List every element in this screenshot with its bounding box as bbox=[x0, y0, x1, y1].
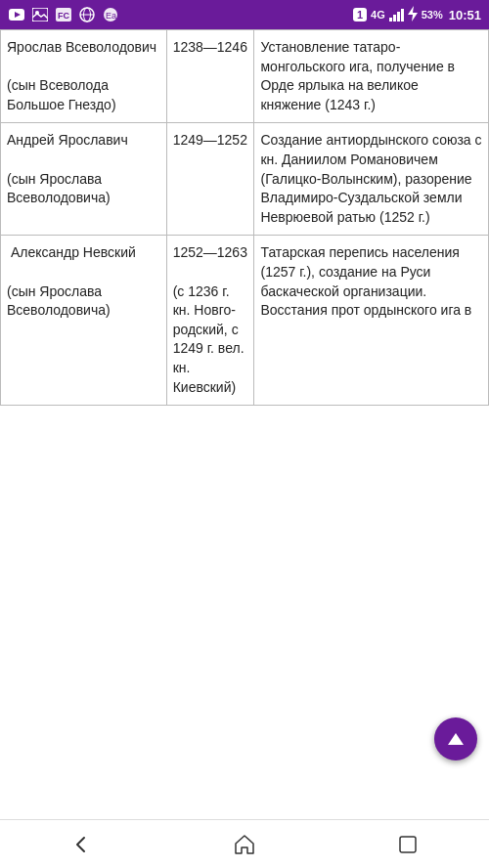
years-cell: 1238—1246 bbox=[166, 30, 254, 123]
years-cell: 1249—1252 bbox=[166, 123, 254, 236]
signal-icon bbox=[389, 8, 404, 22]
fc-icon: FC bbox=[55, 6, 72, 23]
scroll-up-fab[interactable] bbox=[434, 717, 477, 760]
bottom-nav-bar bbox=[0, 819, 489, 868]
status-bar-left: FC Ea bbox=[8, 6, 119, 23]
image-icon bbox=[31, 6, 49, 23]
table-row: Андрей Ярославич(сын Ярослава Всеволодов… bbox=[1, 123, 489, 236]
table-row: Александр Невский(сын Ярослава Всеволодо… bbox=[1, 236, 489, 406]
svg-marker-12 bbox=[448, 733, 464, 745]
time-display: 10:51 bbox=[449, 8, 481, 22]
svg-marker-13 bbox=[236, 836, 253, 853]
main-wrapper: Ярослав Всеволодович(сын Всеволода Больш… bbox=[0, 29, 489, 819]
rulers-table: Ярослав Всеволодович(сын Всеволода Больш… bbox=[0, 29, 489, 406]
charging-icon bbox=[408, 6, 418, 24]
youtube-icon bbox=[8, 6, 25, 23]
ruler-name-cell: Ярослав Всеволодович(сын Всеволода Больш… bbox=[1, 30, 167, 123]
status-bar-right: 1 4G 53% 10:51 bbox=[353, 6, 481, 24]
globe-icon bbox=[78, 6, 96, 23]
battery-percent: 53% bbox=[422, 9, 443, 21]
tab-count: 1 bbox=[353, 8, 367, 22]
events-cell: Татарская перепись населения (1257 г.), … bbox=[254, 236, 489, 406]
ruler-name-cell: Александр Невский(сын Ярослава Всеволодо… bbox=[1, 236, 167, 406]
ruler-name-cell: Андрей Ярославич(сын Ярослава Всеволодов… bbox=[1, 123, 167, 236]
back-button[interactable] bbox=[52, 825, 111, 864]
recents-button[interactable] bbox=[378, 825, 437, 864]
table-container: Ярослав Всеволодович(сын Всеволода Больш… bbox=[0, 29, 489, 819]
home-button[interactable] bbox=[215, 825, 274, 864]
table-row: Ярослав Всеволодович(сын Всеволода Больш… bbox=[1, 30, 489, 123]
status-bar: FC Ea 1 4G 53% 10:51 bbox=[0, 0, 489, 29]
svg-text:FC: FC bbox=[58, 11, 69, 21]
svg-rect-2 bbox=[32, 8, 48, 22]
years-cell: 1252—1263(с 1236 г. кн. Новго­родский, с… bbox=[166, 236, 254, 406]
network-type: 4G bbox=[371, 9, 385, 21]
events-cell: Создание антиордынского союза с кн. Дани… bbox=[254, 123, 489, 236]
paw-icon: Ea bbox=[102, 6, 119, 23]
svg-text:Ea: Ea bbox=[106, 11, 116, 21]
events-cell: Установление татаро-монгольского ига, по… bbox=[254, 30, 489, 123]
svg-rect-14 bbox=[400, 837, 416, 852]
svg-marker-11 bbox=[408, 6, 418, 22]
